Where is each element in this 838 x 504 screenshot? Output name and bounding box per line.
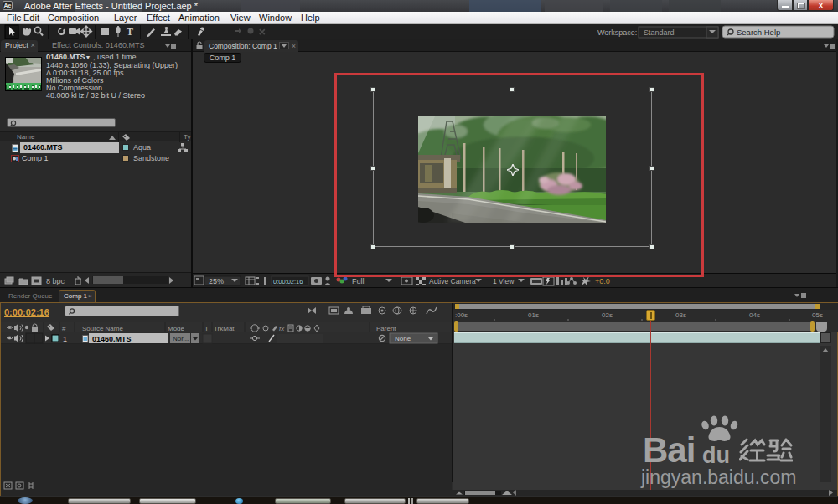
svg-text:Workspace:: Workspace: xyxy=(597,28,637,37)
svg-text::00s: :00s xyxy=(455,311,468,319)
svg-text:Standard: Standard xyxy=(644,28,675,37)
svg-text:Active Camera: Active Camera xyxy=(429,277,476,285)
svg-text:Parent: Parent xyxy=(376,325,396,332)
svg-text:T: T xyxy=(204,325,209,332)
svg-text:02s: 02s xyxy=(602,311,613,319)
svg-text:None: None xyxy=(395,335,411,342)
svg-text:05s: 05s xyxy=(812,311,823,319)
svg-text:TrkMat: TrkMat xyxy=(214,325,235,332)
svg-text:Full: Full xyxy=(352,277,365,285)
svg-text:1 View: 1 View xyxy=(493,277,515,285)
svg-text:+0.0: +0.0 xyxy=(595,277,610,285)
svg-text:Mode: Mode xyxy=(168,325,185,332)
svg-text:Nor...: Nor... xyxy=(173,335,189,342)
svg-text:01s: 01s xyxy=(528,311,539,319)
svg-text:1: 1 xyxy=(63,335,67,343)
svg-text:0:00:02:16: 0:00:02:16 xyxy=(273,278,303,285)
svg-text:25%: 25% xyxy=(209,277,224,285)
svg-text:#: # xyxy=(62,325,66,332)
svg-text:Search Help: Search Help xyxy=(737,28,780,37)
svg-text:Source Name: Source Name xyxy=(82,325,123,332)
svg-text:8 bpc: 8 bpc xyxy=(46,277,65,285)
svg-text:T: T xyxy=(127,26,133,38)
svg-text:04s: 04s xyxy=(749,311,760,319)
svg-text:03s: 03s xyxy=(675,311,686,319)
svg-text:fx: fx xyxy=(279,325,285,332)
svg-text:01460.MTS: 01460.MTS xyxy=(92,335,132,343)
